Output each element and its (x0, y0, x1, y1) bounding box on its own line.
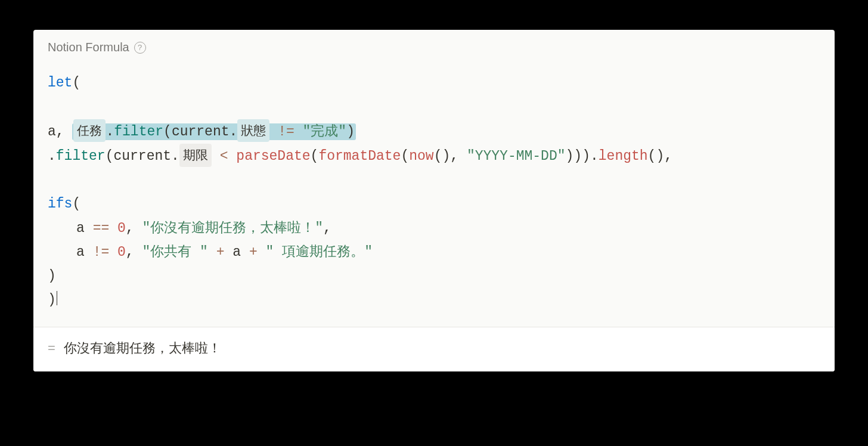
op-lt: < (220, 148, 228, 164)
help-icon[interactable]: ? (134, 42, 146, 54)
property-pill-status[interactable]: 狀態 (237, 119, 269, 143)
op-plus: + (249, 244, 258, 260)
dot: . (230, 124, 238, 140)
str-done: "完成" (303, 124, 347, 140)
result-area: = 你沒有逾期任務，太棒啦！ (33, 327, 835, 371)
keyword-ifs: ifs (48, 196, 72, 212)
op-ne: != (278, 124, 294, 140)
comma: , (56, 124, 64, 140)
comma: , (664, 148, 672, 164)
fn-filter: filter (56, 148, 106, 164)
var-a: a (232, 244, 241, 260)
comma: , (450, 148, 458, 164)
property-pill-tasks[interactable]: 任務 (73, 119, 106, 143)
lparen: ( (72, 196, 80, 212)
var-a: a (48, 124, 56, 140)
lparen: ( (163, 124, 172, 140)
code-editor[interactable]: let( a, 任務.filter(current.狀態 != "完成") .f… (33, 59, 835, 327)
rparen: ) (656, 148, 664, 164)
lparen: ( (401, 148, 409, 164)
selection-highlight: 任務.filter(current.狀態 != "完成") (72, 123, 356, 140)
keyword-let: let (48, 75, 72, 91)
op-ne: != (93, 244, 110, 260)
lparen: ( (311, 148, 319, 164)
kw-current: current (172, 124, 230, 140)
fn-length: length (599, 148, 648, 164)
result-text: 你沒有逾期任務，太棒啦！ (64, 339, 221, 357)
lparen: ( (434, 148, 442, 164)
equals-sign: = (48, 340, 55, 356)
num-zero: 0 (117, 221, 126, 236)
lparen: ( (648, 148, 656, 164)
rparen: ) (48, 292, 56, 308)
str-prefix: "你共有 " (142, 244, 207, 260)
var-a: a (76, 221, 85, 236)
rparen: ) (442, 148, 450, 164)
editor-header: Notion Formula ? (33, 30, 835, 59)
comma: , (126, 244, 134, 260)
text-cursor (57, 291, 57, 305)
num-zero: 0 (117, 244, 126, 260)
fn-now: now (409, 148, 433, 164)
str-suffix: " 項逾期任務。" (266, 244, 373, 260)
rparen: ) (48, 268, 56, 284)
lparen: ( (106, 148, 114, 164)
rparen: ) (574, 148, 582, 164)
comma: , (126, 221, 134, 236)
dot: . (171, 148, 179, 164)
str-datefmt: "YYYY-MM-DD" (467, 148, 566, 164)
fn-formatDate: formatDate (318, 148, 401, 164)
dot: . (48, 148, 56, 164)
fn-filter: filter (114, 124, 163, 140)
fn-parseDate: parseDate (236, 148, 310, 164)
rparen: ) (346, 124, 355, 140)
dot: . (590, 148, 599, 164)
rparen: ) (566, 148, 574, 164)
dot: . (106, 124, 114, 140)
lparen: ( (72, 75, 80, 91)
formula-editor: Notion Formula ? let( a, 任務.filter(curre… (33, 30, 835, 371)
property-pill-deadline[interactable]: 期限 (179, 144, 212, 167)
comma: , (323, 221, 331, 236)
header-title: Notion Formula (48, 41, 129, 54)
kw-current: current (113, 148, 171, 164)
op-eq: == (93, 221, 110, 236)
str-none: "你沒有逾期任務，太棒啦！" (142, 221, 323, 236)
var-a: a (76, 244, 85, 260)
op-plus: + (216, 244, 225, 260)
rparen: ) (582, 148, 590, 164)
